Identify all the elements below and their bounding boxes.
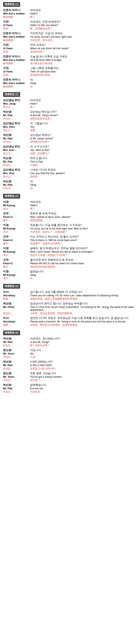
speaker-korean: 박선생: — [3, 360, 30, 364]
speaker-chinese: 張太太： — [3, 152, 30, 155]
speech-korean: 알겠습니다. — [30, 270, 137, 273]
dialogue-block: 건우:현준씨 좀 바꿔 주세요.Keon-U:May I speak to Hy… — [3, 212, 137, 222]
speaker-chinese: 朴先生： — [3, 344, 30, 347]
speaker-english: Mr. Choe: — [3, 306, 30, 312]
section-3: 情景對話 (3)미경:여보세요.Mi-Kyung:Hello?美京：喂？건우:현… — [3, 194, 137, 280]
speaker-chinese: 建宇： — [3, 265, 30, 268]
speaker-english: Mr. Pak: — [3, 341, 30, 344]
speech-chinese: 小姐朴。 — [30, 164, 137, 167]
speaker-korean: 건우: — [3, 212, 30, 215]
speaker-chinese: 美京： — [3, 207, 30, 210]
chinese-row: 張太太：喂？ — [3, 106, 137, 109]
dialogue-block: 윤선생:아닙니다.Mr. Yoon:No.尹先生：不是。 — [3, 348, 137, 359]
speech-korean: 강선생님 댁이십니까? — [30, 110, 137, 114]
speaker-chinese: 朴先生： — [3, 164, 30, 167]
speech-english: Yes. — [30, 126, 137, 128]
speech-english: When do you think he'll be home? — [30, 47, 137, 50]
section-header-3: 情景對話 (3) — [3, 194, 20, 198]
dialogue-block: 김선생님 부인:네, 그렇습니다.Mrs. Kim:Yes.張太太：是啊。 — [3, 122, 137, 132]
chinese-row: 朴先生：喂？是姜先生嗎？ — [3, 344, 137, 347]
speech-korean: 금성상사의 최라고 합니다. 정부장님 부탁합니다. — [30, 302, 137, 306]
speaker-korean: 미경: — [3, 224, 30, 227]
section-header-1: 情景對話 (1) — [3, 2, 20, 7]
chinese-row: 敏俊媽媽：好。 — [3, 85, 137, 88]
speaker-chinese: 美京： — [3, 230, 30, 234]
main-row: 김선생님 부인:네, 누구신가요? — [3, 145, 137, 148]
speech-english: Please wait a moment. Mr. Jeong is now o… — [30, 320, 137, 323]
speech-english: Can you hold the line, please? — [30, 172, 137, 175]
chinese-row: 尹先生：你打錯了。 — [3, 378, 137, 382]
speech-korean: 글쎄요. 잘 모르겠는데요. 전하실 말씀 있으세요? — [30, 247, 137, 250]
speaker-chinese: 敏俊媽媽： — [3, 85, 30, 88]
english-row: Mr. Pak:Is this 2-345-1000? — [3, 364, 137, 367]
speech-korean: 미안하지만, 지금 안 계세요. — [30, 32, 137, 35]
speaker-chinese: 尹先生： — [3, 378, 30, 382]
speaker-chinese: 朴先生： — [3, 367, 30, 370]
speech-english: Well, I don't know. Would you like to le… — [30, 250, 137, 253]
speech-korean: 박라고 합니다. — [30, 156, 137, 160]
speech-korean: 아닙니다. — [30, 348, 137, 352]
speaker-korean: 박선생: — [3, 110, 30, 114]
speaker-chinese: 建宇： — [3, 219, 30, 222]
speaker-chinese: 朴先生： — [3, 117, 30, 120]
english-row: Mrs. Kim:Yes. — [3, 126, 137, 128]
main-row: 지연:여보세요. 민준 씨계세요? — [3, 20, 137, 24]
section-header-4: 情景對話 (4) — [3, 284, 20, 289]
speech-korean: 그대로 기다려 주세요. — [30, 168, 137, 172]
speaker-english: Mi-Kyung: — [3, 250, 30, 253]
speaker-english: Mr. Pak: — [3, 184, 30, 186]
speaker-english: Secretary: — [3, 320, 30, 323]
speaker-chinese: 崔先生： — [3, 312, 30, 315]
speaker-english: Mr. Pak: — [3, 160, 30, 163]
speech-chinese: 不是。 — [30, 355, 137, 359]
english-row: Mr. Pak:Okay. — [3, 184, 137, 186]
speaker-chinese: 朴先生： — [3, 140, 30, 144]
speech-english: You've got a wrong number. — [30, 376, 137, 378]
main-row: 박선생:강선생님 계세요? — [3, 133, 137, 137]
speaker-chinese: 智燕： — [3, 50, 30, 54]
main-row: 미경:알겠습니다. — [3, 270, 137, 273]
speaker-english: Mi-Kyung: — [3, 204, 30, 207]
speaker-chinese: 美京： — [3, 277, 30, 280]
english-row: Mr. Choe:This is Choe from Keum Sung Cor… — [3, 306, 137, 312]
speech-korean: 돌아오면 제게 전화하라고 해 주세요. — [30, 258, 137, 262]
chinese-row: 朴先生：這裡是 2-345-1000 嗎？ — [3, 367, 137, 370]
chinese-row: 張太太：請稍等。 — [3, 175, 137, 178]
main-row: 비서:잠깐만 기다려 주세요. 정부장님은 지금 다른 전화를 받고 있습니다.… — [3, 316, 137, 320]
dialogue-block: 박선생:강선생님 계세요?Mr. Pak:Is Mr. Jang's home?… — [3, 133, 137, 144]
english-row: Ji-Yeon:Then I'll call back later. — [3, 70, 137, 73]
english-row: Mr. Pak:Excuse me. — [3, 387, 137, 390]
speaker-korean: 강선생님 부인: — [3, 98, 30, 102]
speaker-korean: 미경: — [3, 200, 30, 204]
dialogue-block: 민준의 어머니:네.Min-Jun's mother:Okay.敏俊媽媽：好。 — [3, 78, 137, 88]
speaker-chinese: 秘書： — [3, 323, 30, 327]
chinese-row: 建宇：我是建宇，他會馬上回來嗎？ — [3, 242, 137, 246]
speech-chinese: 他回來請叫他回電給我。 — [30, 265, 137, 268]
main-row: 최선생:금성상사의 최라고 합니다. 정부장님 부탁합니다. — [3, 302, 137, 306]
speaker-korean: 박선생: — [3, 337, 30, 340]
dialogue-block: 김선생님 부인:그대로 기다려 주세요.Mrs. Kim:Can you hol… — [3, 168, 137, 178]
speech-chinese: 小姓崔，來自金星商業，我想找鄭部長。 — [30, 312, 137, 315]
dialogue-block: 건우:저는 건우라고 하는데요. 곧 돌아 오세요?Keon-U:This is… — [3, 235, 137, 246]
speaker-english: Ji-Yeon: — [3, 70, 30, 73]
chinese-row: 敏俊媽媽：喂？ — [3, 15, 137, 19]
chinese-row: 智燕：喂，請問敏俊在嗎？ — [3, 27, 137, 30]
section-2: 情景對話 (2)강선생님 부인:여보세요.Mrs. Jang:Hello?張太太… — [3, 92, 137, 190]
speaker-english: Mrs. Kim: — [3, 149, 30, 152]
chinese-row: 朴先生：請問這是姜先生嗎？ — [3, 117, 137, 120]
speech-chinese: 好。 — [30, 277, 137, 280]
speech-chinese: 這裡是 2-345-1000 嗎？ — [30, 367, 137, 370]
english-row: Min-Jun's mother:Okay. — [3, 82, 137, 85]
dialogue-block: 미경:죄송합니다. 지금 외출 중이에요. 누구세요?Mi-Kyung:I'm … — [3, 224, 137, 234]
english-row: Min-Jun's mother:Hello? — [3, 12, 137, 15]
main-row: 건우:돌아오면 제게 전화하라고 해 주세요. — [3, 258, 137, 262]
speaker-chinese: 敏俊媽媽： — [3, 62, 30, 65]
speech-korean: 잠깐만 기다려 주세요. 정부장님은 지금 다른 전화를 받고 있습니다. 곧 … — [30, 316, 137, 320]
main-row: 박선생:박라고 합니다. — [3, 156, 137, 160]
speech-chinese: 喂？是姜先生嗎？ — [30, 344, 137, 347]
main-row: 민준의 어머니:오늘 밤 8시 이후에 오실 거에요. — [3, 55, 137, 58]
speaker-english: Mr. Pak: — [3, 137, 30, 140]
dialogue-block: 윤선생:전화 잘못 거셨습니다.Mr. Yoon:You've got a wr… — [3, 372, 137, 382]
section-5: 情景對話 (5)박선생:여보세요. 강선생입니까?Mr. Pak:Is this… — [3, 330, 137, 394]
dialogue-block: 박선생:2-345-1000입니까?Mr. Pak:Is this 2-345-… — [3, 360, 137, 370]
